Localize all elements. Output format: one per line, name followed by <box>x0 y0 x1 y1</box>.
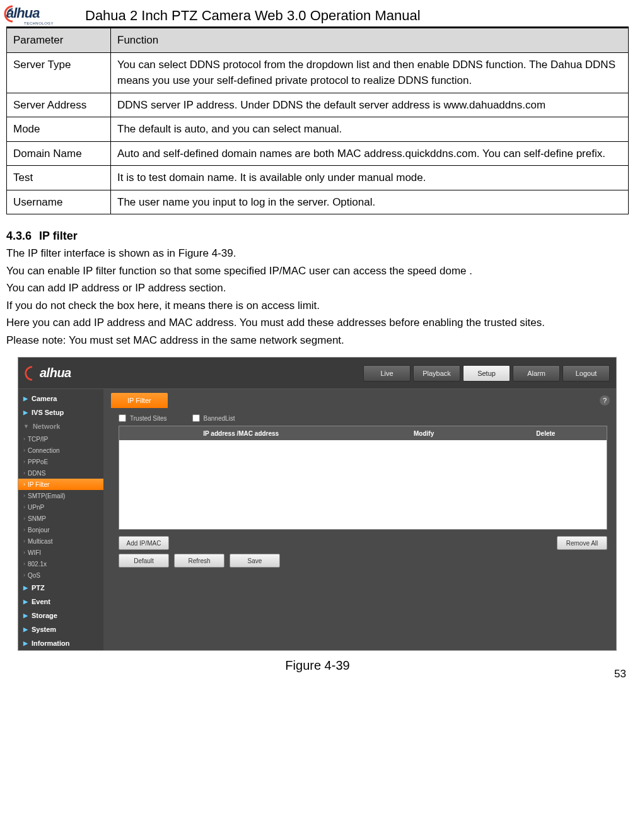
chevron-right-icon: ▶ <box>23 585 28 591</box>
sidebar-sub-label: PPPoE <box>28 458 48 465</box>
sidebar-item-label: Event <box>32 598 50 605</box>
save-button[interactable]: Save <box>230 554 280 568</box>
chevron-right-icon: ▶ <box>23 409 28 416</box>
sidebar-item-system[interactable]: ▶System <box>18 622 103 636</box>
sidebar-sub-label: SNMP <box>28 515 46 522</box>
chevron-right-icon: ▶ <box>23 640 28 646</box>
sidebar-sub-ddns[interactable]: ›DDNS <box>18 467 103 479</box>
body-paragraph: You can enable IP filter function so tha… <box>6 263 629 279</box>
sidebar-sub-wifi[interactable]: ›WIFI <box>18 547 103 558</box>
sidebar-sub-tcpip[interactable]: ›TCP/IP <box>18 433 103 445</box>
chevron-icon: › <box>23 572 25 578</box>
sidebar-sub-qos[interactable]: ›QoS <box>18 569 103 581</box>
ss-main-panel: ? IP Filter Trusted Sites BannedList IP … <box>103 389 616 650</box>
ip-mac-table: IP address /MAC address Modify Delete <box>119 426 607 530</box>
sidebar-item-network[interactable]: ▼Network <box>18 419 103 433</box>
section-number: 4.3.6 <box>6 230 32 243</box>
logo-swoosh-icon <box>4 5 21 23</box>
param-cell: Server Type <box>7 52 111 93</box>
tab-playback[interactable]: Playback <box>413 365 460 382</box>
sidebar-sub-pppoe[interactable]: ›PPPoE <box>18 456 103 467</box>
sidebar-sub-connection[interactable]: ›Connection <box>18 445 103 456</box>
ss-logo-swoosh-icon <box>25 366 40 381</box>
func-cell: The user name you input to log in the se… <box>111 190 629 214</box>
checkbox-banned[interactable] <box>192 414 200 422</box>
add-ip-mac-button[interactable]: Add IP/MAC <box>119 536 169 550</box>
section-heading: 4.3.6IP filter <box>6 230 629 243</box>
chevron-right-icon: ▶ <box>23 612 28 619</box>
sidebar-item-event[interactable]: ▶Event <box>18 595 103 609</box>
table-row: ModeThe default is auto, and you can sel… <box>7 117 629 142</box>
chevron-icon: › <box>23 504 25 510</box>
sidebar-item-ptz[interactable]: ▶PTZ <box>18 581 103 595</box>
sidebar-item-ivs-setup[interactable]: ▶IVS Setup <box>18 405 103 419</box>
ss-logo: alhua <box>25 362 94 385</box>
checkbox-trusted[interactable] <box>119 414 126 422</box>
param-cell: Server Address <box>7 93 111 117</box>
check-trusted-sites[interactable]: Trusted Sites <box>119 414 167 422</box>
sidebar-sub-label: TCP/IP <box>28 436 48 443</box>
sidebar-sub-ip-filter[interactable]: ›IP Filter <box>18 479 103 490</box>
subtab-ip-filter[interactable]: IP Filter <box>111 393 168 408</box>
table-row: Server AddressDDNS server IP address. Un… <box>7 93 629 117</box>
chevron-icon: › <box>23 436 25 442</box>
sidebar-sub-label: SMTP(Email) <box>28 493 65 499</box>
table-row: UsernameThe user name you input to log i… <box>7 190 629 214</box>
sidebar-item-storage[interactable]: ▶Storage <box>18 609 103 622</box>
param-cell: Test <box>7 166 111 190</box>
sidebar-sub-label: Connection <box>28 447 60 454</box>
th-delete: Delete <box>485 430 607 437</box>
chevron-icon: › <box>23 481 25 487</box>
chevron-icon: › <box>23 561 25 567</box>
sidebar-sub-label: Multicast <box>28 538 52 545</box>
sidebar-item-label: Network <box>33 423 60 430</box>
tab-live[interactable]: Live <box>363 365 411 382</box>
page-number: 53 <box>614 668 626 680</box>
th-modify: Modify <box>363 430 485 437</box>
default-button[interactable]: Default <box>119 554 169 568</box>
sidebar-item-label: Camera <box>32 395 57 402</box>
sidebar-sub-8021x[interactable]: ›802.1x <box>18 558 103 569</box>
ss-sidebar: ▶Camera ▶IVS Setup ▼Network ›TCP/IP ›Con… <box>18 389 103 650</box>
tab-alarm[interactable]: Alarm <box>513 365 560 382</box>
tab-logout[interactable]: Logout <box>562 365 610 382</box>
figure-caption: Figure 4-39 <box>6 658 629 673</box>
param-cell: Mode <box>7 117 111 142</box>
chevron-right-icon: ▶ <box>23 626 28 633</box>
check-banned-list[interactable]: BannedList <box>192 414 235 422</box>
body-paragraph: The IP filter interface is shown as in F… <box>6 245 629 262</box>
sidebar-item-label: System <box>32 626 56 633</box>
logo-subtext: TECHNOLOGY <box>24 21 54 25</box>
sidebar-sub-bonjour[interactable]: ›Bonjour <box>18 524 103 535</box>
sidebar-item-label: Information <box>32 639 70 647</box>
remove-all-button[interactable]: Remove All <box>557 536 607 550</box>
chevron-icon: › <box>23 515 25 522</box>
sidebar-sub-label: DDNS <box>28 470 45 477</box>
ss-header: alhua Live Playback Setup Alarm Logout <box>18 358 616 389</box>
sidebar-sub-label: QoS <box>28 572 40 579</box>
sidebar-sub-multicast[interactable]: ›Multicast <box>18 535 103 547</box>
th-parameter: Parameter <box>7 28 111 53</box>
sidebar-sub-upnp[interactable]: ›UPnP <box>18 501 103 513</box>
ss-body: ▶Camera ▶IVS Setup ▼Network ›TCP/IP ›Con… <box>18 389 616 650</box>
sidebar-sub-label: WIFI <box>28 549 41 556</box>
refresh-button[interactable]: Refresh <box>174 554 224 568</box>
chevron-icon: › <box>23 538 25 544</box>
table-body-empty <box>119 440 607 529</box>
sidebar-item-camera[interactable]: ▶Camera <box>18 392 103 405</box>
sidebar-sub-smtp[interactable]: ›SMTP(Email) <box>18 490 103 501</box>
tab-setup[interactable]: Setup <box>463 365 510 382</box>
table-row: Server TypeYou can select DDNS protocol … <box>7 52 629 93</box>
th-ip-mac: IP address /MAC address <box>119 430 363 437</box>
body-paragraph: Please note: You must set MAC address in… <box>6 332 629 349</box>
ip-filter-screenshot: alhua Live Playback Setup Alarm Logout ▶… <box>18 357 617 651</box>
table-row: Domain NameAuto and self-defined domain … <box>7 141 629 166</box>
sidebar-item-information[interactable]: ▶Information <box>18 636 103 650</box>
help-icon[interactable]: ? <box>600 395 610 405</box>
check-label: BannedList <box>204 415 235 422</box>
chevron-icon: › <box>23 549 25 556</box>
table-header-row: IP address /MAC address Modify Delete <box>119 426 607 440</box>
func-cell: The default is auto, and you can select … <box>111 117 629 142</box>
sidebar-sub-snmp[interactable]: ›SNMP <box>18 513 103 524</box>
body-paragraph: You can add IP address or IP address sec… <box>6 280 629 296</box>
